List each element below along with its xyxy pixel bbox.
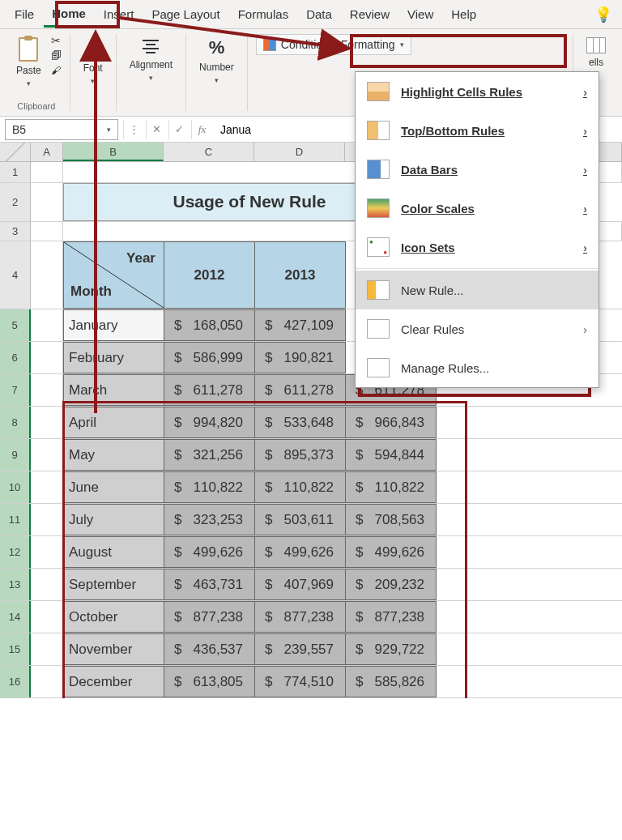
cell-value[interactable]: $436,537 xyxy=(164,634,255,665)
cell-value[interactable]: $499,626 xyxy=(255,537,346,568)
tab-insert[interactable]: Insert xyxy=(96,2,143,26)
row-4[interactable]: 4 xyxy=(0,241,31,309)
cell[interactable] xyxy=(31,183,63,221)
menu-highlight-cells[interactable]: Highlight Cells Rules› xyxy=(356,72,599,111)
row-9[interactable]: 9 xyxy=(0,439,31,471)
header-2012[interactable]: 2012 xyxy=(164,242,255,309)
row-1[interactable]: 1 xyxy=(0,162,31,182)
tab-data[interactable]: Data xyxy=(298,2,340,26)
tab-pagelayout[interactable]: Page Layout xyxy=(143,2,228,26)
cell[interactable] xyxy=(31,666,63,697)
row-11[interactable]: 11 xyxy=(0,504,31,535)
row-7[interactable]: 7 xyxy=(0,374,31,406)
cell[interactable] xyxy=(31,374,63,406)
expand-button[interactable]: ⋮ xyxy=(123,120,144,139)
cell[interactable] xyxy=(31,241,63,309)
cell-value[interactable]: $586,999 xyxy=(164,343,255,373)
cell-value[interactable]: $611,278 xyxy=(164,375,255,406)
cell-value[interactable]: $708,563 xyxy=(346,505,437,535)
cell-value[interactable]: $503,611 xyxy=(255,505,346,535)
cell[interactable] xyxy=(31,471,63,503)
cell-month[interactable]: May xyxy=(64,440,164,471)
name-box[interactable]: B5▾ xyxy=(5,119,118,140)
cell-month[interactable]: December xyxy=(64,667,164,697)
row-13[interactable]: 13 xyxy=(0,569,31,600)
row-3[interactable]: 3 xyxy=(0,222,31,241)
cell-value[interactable]: $407,969 xyxy=(255,569,346,600)
cell-value[interactable]: $994,820 xyxy=(164,407,255,438)
tab-formulas[interactable]: Formulas xyxy=(230,2,297,26)
cell[interactable] xyxy=(31,222,63,241)
cell[interactable] xyxy=(31,504,63,535)
menu-new-rule[interactable]: New Rule... xyxy=(356,271,599,309)
row-2[interactable]: 2 xyxy=(0,183,31,221)
cell-month[interactable]: August xyxy=(64,537,164,568)
cell-value[interactable]: $463,731 xyxy=(164,569,255,600)
col-D[interactable]: D xyxy=(254,143,345,161)
cancel-button[interactable]: ✕ xyxy=(146,120,167,139)
cell-value[interactable]: $239,557 xyxy=(255,634,346,665)
menu-top-bottom[interactable]: Top/Bottom Rules› xyxy=(356,111,599,150)
cell-month[interactable]: April xyxy=(64,407,164,438)
cell-month[interactable]: June xyxy=(64,472,164,503)
row-15[interactable]: 15 xyxy=(0,633,31,665)
menu-data-bars[interactable]: Data Bars› xyxy=(356,150,599,189)
cell[interactable] xyxy=(31,309,63,341)
cell[interactable] xyxy=(31,633,63,665)
tab-help[interactable]: Help xyxy=(443,2,484,26)
cell-month[interactable]: February xyxy=(64,343,164,373)
menu-color-scales[interactable]: Color Scales› xyxy=(356,189,599,228)
header-2013[interactable]: 2013 xyxy=(255,242,346,309)
cell-value[interactable]: $877,238 xyxy=(164,602,255,633)
row-5[interactable]: 5 xyxy=(0,309,31,341)
cell-month[interactable]: October xyxy=(64,602,164,633)
cell-value[interactable]: $895,373 xyxy=(255,440,346,471)
cell-value[interactable]: $168,050 xyxy=(164,310,255,341)
header-diagonal[interactable]: Year Month xyxy=(64,242,164,309)
cell-value[interactable]: $110,822 xyxy=(255,472,346,503)
format-painter-button[interactable] xyxy=(51,63,62,76)
row-12[interactable]: 12 xyxy=(0,536,31,568)
cell-value[interactable]: $110,822 xyxy=(346,472,437,503)
cell-value[interactable]: $613,805 xyxy=(164,667,255,697)
cell-value[interactable]: $585,826 xyxy=(346,667,437,697)
row-10[interactable]: 10 xyxy=(0,471,31,503)
cell-value[interactable]: $427,109 xyxy=(255,310,346,341)
cell[interactable] xyxy=(31,536,63,568)
menu-clear-rules[interactable]: Clear Rules› xyxy=(356,309,599,348)
cell[interactable] xyxy=(31,162,63,182)
menu-manage-rules[interactable]: Manage Rules... xyxy=(356,348,599,387)
tell-me-icon[interactable]: 💡 xyxy=(594,6,612,23)
cell-value[interactable]: $499,626 xyxy=(164,537,255,568)
cell-value[interactable]: $110,822 xyxy=(164,472,255,503)
cut-button[interactable] xyxy=(51,34,62,47)
enter-button[interactable]: ✓ xyxy=(168,120,190,139)
cell-month[interactable]: January xyxy=(64,310,164,341)
conditional-formatting-button[interactable]: Conditional Formatting ▾ xyxy=(256,34,411,55)
col-B[interactable]: B xyxy=(63,143,164,161)
cell[interactable] xyxy=(31,407,63,438)
cell-value[interactable]: $209,232 xyxy=(346,569,437,600)
number-button[interactable]: % Number ▾ xyxy=(194,34,239,87)
tab-home[interactable]: Home xyxy=(44,2,94,28)
cell-value[interactable]: $877,238 xyxy=(346,602,437,633)
cell-value[interactable]: $499,626 xyxy=(346,537,437,568)
tab-view[interactable]: View xyxy=(399,2,441,26)
cell-month[interactable]: September xyxy=(64,569,164,600)
col-A[interactable]: A xyxy=(31,143,63,161)
cell[interactable] xyxy=(31,601,63,633)
row-8[interactable]: 8 xyxy=(0,407,31,438)
cell-value[interactable]: $966,843 xyxy=(346,407,437,438)
fx-button[interactable]: fx xyxy=(191,120,212,139)
cell-value[interactable]: $929,722 xyxy=(346,634,437,665)
tab-review[interactable]: Review xyxy=(342,2,398,26)
cell-value[interactable]: $611,278 xyxy=(255,375,346,406)
menu-icon-sets[interactable]: Icon Sets› xyxy=(356,228,599,266)
cell-month[interactable]: July xyxy=(64,505,164,535)
row-16[interactable]: 16 xyxy=(0,666,31,697)
alignment-button[interactable]: Alignment ▾ xyxy=(125,34,177,85)
cell[interactable] xyxy=(31,569,63,600)
cell-value[interactable]: $533,648 xyxy=(255,407,346,438)
cell-month[interactable]: November xyxy=(64,634,164,665)
cell-value[interactable]: $190,821 xyxy=(255,343,346,373)
